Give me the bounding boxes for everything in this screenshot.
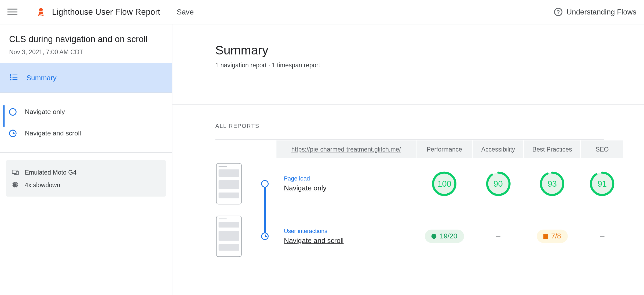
device-icon — [12, 168, 19, 176]
help-link-label: Understanding Flows — [566, 8, 636, 16]
flow-title: CLS during navigation and on scroll — [9, 34, 163, 44]
row-kind-label: User interactions — [284, 228, 408, 234]
svg-rect-1 — [39, 11, 43, 12]
gauge-seo: 91 — [589, 171, 615, 197]
row-step-link[interactable]: Navigate and scroll — [284, 237, 344, 244]
pill-performance: 19/20 — [425, 230, 464, 243]
svg-point-6 — [10, 79, 12, 80]
row-step-link[interactable]: Navigate only — [284, 184, 327, 192]
report-url-link[interactable]: https://pie-charmed-treatment.glitch.me/ — [284, 146, 408, 153]
dash-seo: – — [600, 231, 605, 241]
avg-square-icon — [543, 234, 548, 238]
sidebar-item-summary[interactable]: Summary — [0, 63, 172, 93]
environment-box: Emulated Moto G4 4x slowdown — [6, 160, 166, 197]
col-seo: SEO — [581, 141, 623, 158]
cpu-icon — [12, 181, 19, 189]
table-row: User interactions Navigate and scroll 19… — [216, 211, 623, 261]
env-device: Emulated Moto G4 — [12, 166, 160, 178]
navigation-marker-icon — [9, 108, 17, 116]
reports-table: https://pie-charmed-treatment.glitch.me/… — [215, 140, 624, 262]
topbar: Lighthouse User Flow Report Save ? Under… — [0, 0, 644, 24]
timespan-marker-icon — [261, 233, 269, 240]
env-throttling-label: 4x slowdown — [25, 181, 60, 188]
sidebar-steps: Navigate only Navigate and scroll — [0, 93, 172, 153]
page-title: Summary — [215, 43, 644, 57]
svg-rect-5 — [13, 77, 17, 78]
navigation-marker-icon — [261, 180, 269, 187]
flow-date: Nov 3, 2021, 7:00 AM CDT — [9, 48, 163, 55]
dash-accessibility: – — [496, 231, 501, 241]
save-button[interactable]: Save — [177, 8, 194, 16]
page-subtitle: 1 navigation report · 1 timespan report — [215, 61, 644, 68]
flow-header: CLS during navigation and on scroll Nov … — [0, 24, 172, 63]
gauge-best-practices: 93 — [539, 171, 565, 197]
gauge-accessibility: 90 — [485, 171, 511, 197]
svg-point-2 — [10, 74, 12, 76]
table-row: Page load Navigate only 100 90 — [216, 158, 623, 209]
svg-point-4 — [10, 76, 12, 78]
step-label: Navigate only — [25, 108, 65, 116]
step-label: Navigate and scroll — [25, 130, 81, 137]
summary-label: Summary — [27, 74, 57, 82]
help-icon: ? — [554, 8, 562, 16]
svg-rect-3 — [13, 75, 17, 75]
sidebar: CLS during navigation and on scroll Nov … — [0, 24, 172, 295]
env-throttling: 4x slowdown — [12, 178, 160, 191]
col-best-practices: Best Practices — [524, 141, 580, 158]
env-device-label: Emulated Moto G4 — [25, 169, 76, 176]
screenshot-thumbnail — [216, 163, 241, 204]
svg-rect-7 — [13, 79, 17, 80]
summary-list-icon — [9, 73, 18, 83]
sidebar-step-navigate-only[interactable]: Navigate only — [9, 101, 163, 123]
svg-rect-9 — [16, 171, 18, 175]
gauge-performance: 100 — [431, 171, 457, 197]
pill-best-practices: 7/8 — [537, 230, 568, 243]
timespan-marker-icon — [9, 130, 17, 137]
sidebar-step-navigate-and-scroll[interactable]: Navigate and scroll — [9, 123, 163, 144]
row-kind-label: Page load — [284, 175, 408, 182]
lighthouse-logo-icon — [37, 7, 46, 17]
pass-dot-icon — [431, 234, 436, 239]
col-performance: Performance — [416, 141, 472, 158]
svg-rect-11 — [14, 184, 16, 186]
content: Summary 1 navigation report · 1 timespan… — [172, 24, 644, 295]
understanding-flows-link[interactable]: ? Understanding Flows — [554, 8, 636, 16]
menu-icon[interactable] — [8, 7, 17, 17]
all-reports-label: ALL REPORTS — [172, 105, 644, 139]
col-accessibility: Accessibility — [473, 141, 523, 158]
app-title: Lighthouse User Flow Report — [52, 7, 160, 17]
screenshot-thumbnail — [216, 216, 241, 257]
